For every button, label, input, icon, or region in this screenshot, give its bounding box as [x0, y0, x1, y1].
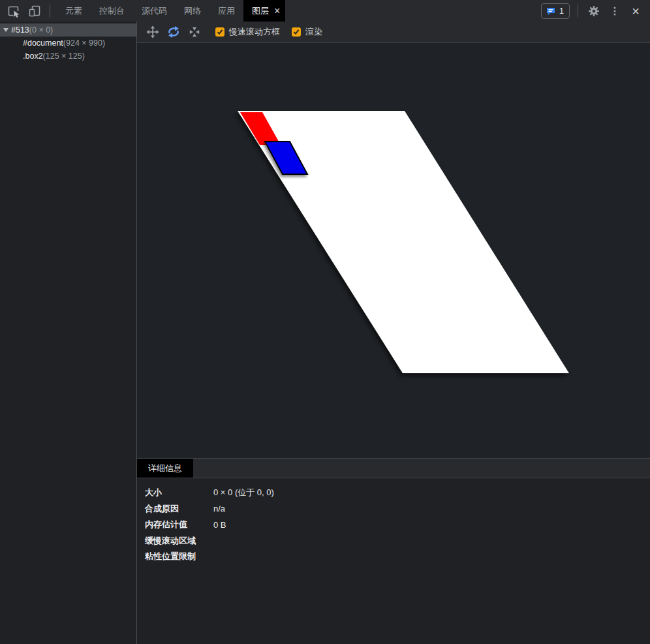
layer-tree-sidebar: #513(0 × 0) #document(924 × 990) .box2(1… [0, 22, 137, 644]
layers-main: 慢速滚动方框 渲染 [137, 22, 650, 644]
layer-name: .box2 [23, 52, 43, 61]
inspect-icon [7, 5, 20, 18]
reset-view-icon [188, 25, 201, 38]
canvas-toolbar: 慢速滚动方框 渲染 [137, 22, 650, 43]
tabbar-right-controls: 1 [541, 0, 650, 22]
devtools-tabbar: 元素 控制台 源代码 网络 应用 图层 × 1 [0, 0, 650, 22]
rotate-mode-icon [166, 25, 181, 39]
settings-button[interactable] [586, 3, 602, 19]
devtools-window: 元素 控制台 源代码 网络 应用 图层 × 1 [0, 0, 650, 644]
checkbox-checked-icon[interactable] [215, 27, 224, 37]
layer-size: (125 × 125) [43, 52, 85, 61]
slow-scroll-rects-label: 慢速滚动方框 [229, 26, 280, 38]
tab-close-icon[interactable]: × [274, 6, 280, 16]
slow-scroll-rects-toggle[interactable]: 慢速滚动方框 [215, 26, 280, 38]
layer-size: (0 × 0) [29, 25, 53, 35]
details-panel: 详细信息 大小 0 × 0 (位于 0, 0) 合成原因 n/a 内存估计值 0… [137, 458, 650, 644]
issues-speech-bubble-icon [546, 6, 556, 16]
issues-count: 1 [559, 7, 564, 16]
detail-label: 合成原因 [145, 503, 213, 515]
details-body: 大小 0 × 0 (位于 0, 0) 合成原因 n/a 内存估计值 0 B 缓慢… [137, 478, 650, 644]
more-options-button[interactable] [607, 3, 623, 19]
device-toolbar-icon [28, 5, 41, 18]
detail-value: n/a [213, 504, 225, 514]
device-toolbar-button[interactable] [26, 3, 43, 20]
reset-view-button[interactable] [185, 23, 204, 40]
right-divider [578, 5, 578, 18]
layers-panel: #513(0 × 0) #document(924 × 990) .box2(1… [0, 22, 650, 644]
layer-name: #document [23, 38, 63, 48]
tab-network[interactable]: 网络 [176, 0, 209, 22]
panel-tabs: 元素 控制台 源代码 网络 应用 图层 × [57, 0, 285, 22]
detail-row-slow-scroll-regions: 缓慢滚动区域 [145, 533, 650, 549]
close-icon: × [632, 5, 640, 18]
more-vertical-icon [610, 6, 620, 16]
pan-mode-icon [146, 25, 159, 38]
detail-row-sticky-constraints: 粘性位置限制 [145, 549, 650, 565]
tab-layers-label: 图层 [252, 5, 269, 17]
inspect-element-button[interactable] [5, 3, 22, 20]
layer-tree-item-513[interactable]: #513(0 × 0) [0, 23, 136, 37]
layer-name: #513 [11, 25, 29, 35]
detail-value: 0 B [213, 520, 226, 530]
tab-details[interactable]: 详细信息 [137, 459, 193, 478]
pan-mode-button[interactable] [144, 23, 162, 40]
detail-label: 粘性位置限制 [145, 551, 213, 562]
detail-row-memory-estimate: 内存估计值 0 B [145, 517, 650, 533]
layers-3d-scene [137, 43, 650, 459]
tabbar-left-icons [0, 0, 57, 22]
tab-layers[interactable]: 图层 × [243, 0, 285, 22]
detail-row-compositing-reason: 合成原因 n/a [145, 501, 650, 517]
close-devtools-button[interactable]: × [628, 3, 643, 19]
tab-console[interactable]: 控制台 [91, 0, 133, 22]
layer-tree-item-box2[interactable]: .box2(125 × 125) [0, 50, 136, 63]
rotate-mode-button[interactable] [164, 23, 183, 40]
detail-label: 大小 [145, 487, 213, 498]
layers-3d-canvas[interactable] [137, 43, 650, 458]
paints-toggle[interactable]: 渲染 [292, 26, 322, 38]
layer-size: (924 × 990) [63, 38, 105, 48]
issues-counter[interactable]: 1 [541, 3, 570, 19]
detail-label: 缓慢滚动区域 [145, 535, 213, 547]
tabbar-divider [50, 5, 50, 18]
checkbox-checked-icon[interactable] [292, 27, 301, 37]
layer-tree-item-document[interactable]: #document(924 × 990) [0, 37, 136, 50]
detail-value: 0 × 0 (位于 0, 0) [213, 487, 274, 498]
tab-sources[interactable]: 源代码 [133, 0, 176, 22]
detail-label: 内存估计值 [145, 519, 213, 530]
detail-row-size: 大小 0 × 0 (位于 0, 0) [145, 485, 650, 501]
paints-label: 渲染 [305, 26, 322, 38]
tab-elements[interactable]: 元素 [57, 0, 91, 22]
tab-application[interactable]: 应用 [209, 0, 243, 22]
expander-triangle-icon[interactable] [0, 28, 11, 32]
settings-gear-icon [587, 5, 600, 18]
details-tabbar: 详细信息 [137, 458, 650, 478]
